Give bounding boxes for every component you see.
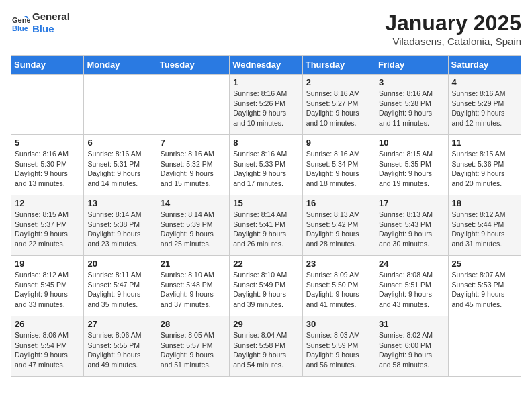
- day-number: 21: [161, 259, 226, 269]
- calendar-cell: 3Sunrise: 8:16 AM Sunset: 5:28 PM Daylig…: [375, 75, 448, 135]
- title-block: January 2025 Viladasens, Catalonia, Spai…: [385, 11, 521, 47]
- day-info: Sunrise: 8:12 AM Sunset: 5:44 PM Dayligh…: [452, 210, 517, 249]
- day-info: Sunrise: 8:15 AM Sunset: 5:36 PM Dayligh…: [452, 149, 517, 189]
- calendar-cell: 24Sunrise: 8:08 AM Sunset: 5:51 PM Dayli…: [375, 256, 448, 316]
- calendar-cell: 5Sunrise: 8:16 AM Sunset: 5:30 PM Daylig…: [11, 135, 84, 195]
- calendar-cell: 20Sunrise: 8:11 AM Sunset: 5:47 PM Dayli…: [84, 256, 157, 316]
- day-number: 12: [15, 198, 80, 208]
- day-info: Sunrise: 8:16 AM Sunset: 5:29 PM Dayligh…: [452, 89, 517, 128]
- day-info: Sunrise: 8:14 AM Sunset: 5:41 PM Dayligh…: [233, 210, 298, 249]
- day-number: 30: [306, 319, 371, 329]
- day-number: 3: [379, 77, 444, 87]
- calendar-cell: [84, 75, 157, 135]
- calendar-cell: 12Sunrise: 8:15 AM Sunset: 5:37 PM Dayli…: [11, 195, 84, 256]
- calendar-cell: 30Sunrise: 8:03 AM Sunset: 5:59 PM Dayli…: [302, 316, 375, 377]
- day-number: 28: [161, 319, 226, 329]
- calendar-cell: 7Sunrise: 8:16 AM Sunset: 5:32 PM Daylig…: [157, 135, 229, 195]
- day-info: Sunrise: 8:02 AM Sunset: 6:00 PM Dayligh…: [379, 330, 444, 370]
- day-info: Sunrise: 8:15 AM Sunset: 5:35 PM Dayligh…: [379, 149, 444, 189]
- calendar-table: SundayMondayTuesdayWednesdayThursdayFrid…: [11, 55, 521, 377]
- calendar-cell: 18Sunrise: 8:12 AM Sunset: 5:44 PM Dayli…: [448, 195, 521, 256]
- calendar-cell: 28Sunrise: 8:05 AM Sunset: 5:57 PM Dayli…: [157, 316, 229, 377]
- week-row-1: 5Sunrise: 8:16 AM Sunset: 5:30 PM Daylig…: [11, 135, 521, 195]
- logo-icon: General Blue: [11, 13, 30, 32]
- header-saturday: Saturday: [448, 56, 521, 75]
- day-number: 8: [233, 138, 298, 148]
- week-row-2: 12Sunrise: 8:15 AM Sunset: 5:37 PM Dayli…: [11, 195, 521, 256]
- header-sunday: Sunday: [11, 56, 84, 75]
- day-number: 26: [15, 319, 80, 329]
- day-info: Sunrise: 8:16 AM Sunset: 5:26 PM Dayligh…: [233, 89, 298, 128]
- calendar-cell: [448, 316, 521, 377]
- header-friday: Friday: [375, 56, 448, 75]
- day-number: 6: [87, 138, 152, 148]
- day-info: Sunrise: 8:11 AM Sunset: 5:47 PM Dayligh…: [87, 270, 152, 310]
- logo-line1: General: [32, 11, 70, 23]
- calendar-cell: 11Sunrise: 8:15 AM Sunset: 5:36 PM Dayli…: [448, 135, 521, 195]
- day-info: Sunrise: 8:13 AM Sunset: 5:43 PM Dayligh…: [379, 210, 444, 249]
- day-number: 29: [233, 319, 298, 329]
- day-info: Sunrise: 8:14 AM Sunset: 5:39 PM Dayligh…: [161, 210, 226, 249]
- day-number: 19: [15, 259, 80, 269]
- calendar-cell: 25Sunrise: 8:07 AM Sunset: 5:53 PM Dayli…: [448, 256, 521, 316]
- day-number: 23: [306, 259, 371, 269]
- calendar-cell: 15Sunrise: 8:14 AM Sunset: 5:41 PM Dayli…: [230, 195, 302, 256]
- week-row-4: 26Sunrise: 8:06 AM Sunset: 5:54 PM Dayli…: [11, 316, 521, 377]
- day-number: 5: [15, 138, 80, 148]
- logo-line2: Blue: [32, 23, 70, 35]
- week-row-3: 19Sunrise: 8:12 AM Sunset: 5:45 PM Dayli…: [11, 256, 521, 316]
- calendar-cell: 4Sunrise: 8:16 AM Sunset: 5:29 PM Daylig…: [448, 75, 521, 135]
- day-info: Sunrise: 8:09 AM Sunset: 5:50 PM Dayligh…: [306, 270, 371, 310]
- calendar-cell: 19Sunrise: 8:12 AM Sunset: 5:45 PM Dayli…: [11, 256, 84, 316]
- day-number: 24: [379, 259, 444, 269]
- day-info: Sunrise: 8:16 AM Sunset: 5:27 PM Dayligh…: [306, 89, 371, 128]
- header-wednesday: Wednesday: [230, 56, 302, 75]
- header-monday: Monday: [84, 56, 157, 75]
- day-number: 9: [306, 138, 371, 148]
- calendar-cell: 26Sunrise: 8:06 AM Sunset: 5:54 PM Dayli…: [11, 316, 84, 377]
- header-thursday: Thursday: [302, 56, 375, 75]
- day-info: Sunrise: 8:10 AM Sunset: 5:48 PM Dayligh…: [161, 270, 226, 310]
- day-number: 7: [161, 138, 226, 148]
- day-number: 13: [87, 198, 152, 208]
- day-number: 25: [452, 259, 517, 269]
- calendar-subtitle: Viladasens, Catalonia, Spain: [385, 36, 521, 47]
- day-info: Sunrise: 8:06 AM Sunset: 5:54 PM Dayligh…: [15, 330, 80, 370]
- calendar-cell: 29Sunrise: 8:04 AM Sunset: 5:58 PM Dayli…: [230, 316, 302, 377]
- calendar-cell: [157, 75, 229, 135]
- calendar-cell: 6Sunrise: 8:16 AM Sunset: 5:31 PM Daylig…: [84, 135, 157, 195]
- calendar-cell: 2Sunrise: 8:16 AM Sunset: 5:27 PM Daylig…: [302, 75, 375, 135]
- day-number: 15: [233, 198, 298, 208]
- day-info: Sunrise: 8:14 AM Sunset: 5:38 PM Dayligh…: [87, 210, 152, 249]
- calendar-cell: 22Sunrise: 8:10 AM Sunset: 5:49 PM Dayli…: [230, 256, 302, 316]
- calendar-title: January 2025: [385, 11, 521, 36]
- calendar-body: 1Sunrise: 8:16 AM Sunset: 5:26 PM Daylig…: [11, 75, 521, 377]
- day-number: 4: [452, 77, 517, 87]
- calendar-cell: [11, 75, 84, 135]
- calendar-header-row: SundayMondayTuesdayWednesdayThursdayFrid…: [11, 56, 521, 75]
- calendar-cell: 23Sunrise: 8:09 AM Sunset: 5:50 PM Dayli…: [302, 256, 375, 316]
- calendar-cell: 31Sunrise: 8:02 AM Sunset: 6:00 PM Dayli…: [375, 316, 448, 377]
- calendar-cell: 10Sunrise: 8:15 AM Sunset: 5:35 PM Dayli…: [375, 135, 448, 195]
- day-info: Sunrise: 8:13 AM Sunset: 5:42 PM Dayligh…: [306, 210, 371, 249]
- header-tuesday: Tuesday: [157, 56, 229, 75]
- calendar-cell: 16Sunrise: 8:13 AM Sunset: 5:42 PM Dayli…: [302, 195, 375, 256]
- day-info: Sunrise: 8:15 AM Sunset: 5:37 PM Dayligh…: [15, 210, 80, 249]
- day-info: Sunrise: 8:06 AM Sunset: 5:55 PM Dayligh…: [87, 330, 152, 370]
- day-number: 17: [379, 198, 444, 208]
- day-info: Sunrise: 8:08 AM Sunset: 5:51 PM Dayligh…: [379, 270, 444, 310]
- logo: General Blue General Blue: [11, 11, 70, 35]
- calendar-cell: 8Sunrise: 8:16 AM Sunset: 5:33 PM Daylig…: [230, 135, 302, 195]
- day-number: 31: [379, 319, 444, 329]
- week-row-0: 1Sunrise: 8:16 AM Sunset: 5:26 PM Daylig…: [11, 75, 521, 135]
- page-header: General Blue General Blue January 2025 V…: [11, 11, 521, 47]
- calendar-cell: 1Sunrise: 8:16 AM Sunset: 5:26 PM Daylig…: [230, 75, 302, 135]
- day-info: Sunrise: 8:16 AM Sunset: 5:34 PM Dayligh…: [306, 149, 371, 189]
- day-number: 1: [233, 77, 298, 87]
- day-info: Sunrise: 8:16 AM Sunset: 5:30 PM Dayligh…: [15, 149, 80, 189]
- day-info: Sunrise: 8:16 AM Sunset: 5:28 PM Dayligh…: [379, 89, 444, 128]
- calendar-cell: 17Sunrise: 8:13 AM Sunset: 5:43 PM Dayli…: [375, 195, 448, 256]
- day-number: 27: [87, 319, 152, 329]
- day-number: 14: [161, 198, 226, 208]
- day-info: Sunrise: 8:07 AM Sunset: 5:53 PM Dayligh…: [452, 270, 517, 310]
